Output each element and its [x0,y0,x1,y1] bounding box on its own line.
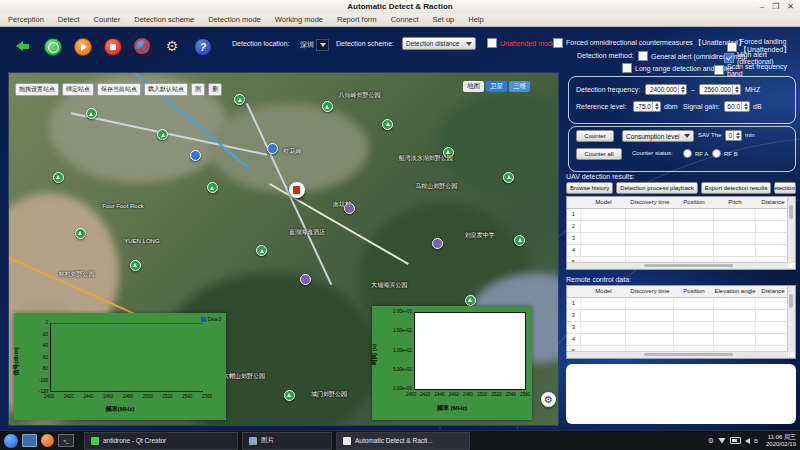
spin-up-icon[interactable] [735,86,739,89]
terminal-icon[interactable]: >_ [58,434,74,447]
menu-detect[interactable]: Detect [58,15,80,24]
map-marker-green[interactable] [382,119,393,130]
horizontal-scrollbar[interactable] [567,351,788,358]
rf-a-option[interactable]: RF A [683,149,708,158]
map-marker-green[interactable] [53,172,64,183]
rf-b-option[interactable]: RF B [712,149,738,158]
map-button-load-station[interactable]: 载入默认站点 [144,83,188,96]
vertical-scrollbar[interactable] [787,286,795,352]
wifi-icon[interactable] [718,438,726,444]
rf-b-radio[interactable] [712,149,721,158]
map-marker-green[interactable] [514,235,525,246]
connect-globe-button[interactable] [44,38,62,56]
export-results-button[interactable]: Export detection results [701,182,772,194]
menu-detection-mode[interactable]: Detection mode [208,15,261,24]
map-view-satellite[interactable]: 卫星 [486,81,507,92]
remote-data-table[interactable]: Model Discovery time Position Elevation … [566,285,796,359]
spin-up-icon[interactable] [744,103,748,106]
menu-connect[interactable]: Connect [391,15,419,24]
display-icon[interactable] [22,434,37,447]
detection-location-dropdown[interactable] [316,39,329,51]
forced-landing-checkbox[interactable] [727,42,737,52]
forced-omni-checkbox[interactable] [553,38,563,48]
table-row[interactable]: 1 [567,298,795,310]
unattended-mode-checkbox[interactable] [487,38,497,48]
map-button-delete[interactable]: 删 [208,83,222,96]
map-view-map[interactable]: 地图 [463,81,484,92]
menu-set-up[interactable]: Set up [433,15,455,24]
spin-down-icon[interactable] [744,107,748,110]
task-automatic-detect[interactable]: Automatic Detect & Racti... [336,432,470,450]
bluetooth-icon[interactable]: B [754,438,758,444]
spin-up-icon[interactable] [655,103,659,106]
table-row[interactable]: 3 [567,322,795,334]
signal-gain-spinbox[interactable]: 60.0 [724,101,750,112]
spin-down-icon[interactable] [655,107,659,110]
menu-report-form[interactable]: Report form [337,15,377,24]
rf-a-radio[interactable] [683,149,692,158]
freq-min-spinbox[interactable]: 2400.000 [645,84,687,95]
horizontal-scrollbar[interactable] [567,262,788,269]
browser-icon[interactable] [41,434,54,447]
map-marker-green[interactable] [207,182,218,193]
general-alert-checkbox[interactable] [638,51,648,61]
reference-level-spinbox[interactable]: -75.0 [633,101,661,112]
start-detect-button[interactable] [74,38,92,56]
scan-band-checkbox[interactable] [714,65,724,75]
menu-perception[interactable]: Perception [8,15,44,24]
map-marker-green[interactable] [86,108,97,119]
spin-up-icon[interactable] [681,86,685,89]
vertical-scrollbar[interactable] [787,197,795,263]
table-row[interactable]: 3 [567,233,795,245]
task-qt-creator[interactable]: antidrone - Qt Creator [84,432,238,450]
launcher-icon[interactable] [4,434,18,448]
map-marker-green[interactable] [503,172,514,183]
station-marker[interactable] [289,182,305,198]
clock[interactable]: 11:06 周三 2020/02/19 [766,434,796,447]
map-marker-green[interactable] [75,228,86,239]
counter-all-button[interactable]: Counter all [576,148,622,160]
table-row[interactable]: 2 [567,221,795,233]
map-button-drag-station[interactable]: 拖拽设置站点 [15,83,59,96]
unattended-mode-option[interactable]: Unattended mode [487,38,556,48]
back-button[interactable] [14,38,30,54]
map-marker-green[interactable] [465,295,476,306]
close-button[interactable]: ✕ [787,0,794,13]
table-row[interactable]: 4 [567,245,795,257]
menu-working-mode[interactable]: Working mode [275,15,323,24]
detection-scheme-select[interactable]: Detection distance [402,37,476,50]
map-marker-green[interactable] [256,245,267,256]
map-marker-purple[interactable] [300,274,311,285]
counter-button[interactable]: Counter [576,130,614,142]
map-button-measure[interactable]: 测 [191,83,205,96]
freq-max-spinbox[interactable]: 2560.000 [699,84,741,95]
settings-tray-icon[interactable]: ⚙ [708,437,714,445]
task-image-viewer[interactable]: 图片 [242,432,332,450]
table-row[interactable]: 4 [567,334,795,346]
map-marker-green[interactable] [130,260,141,271]
menu-counter[interactable]: Counter [94,15,121,24]
map-button-save-station[interactable]: 保存当前站点 [97,83,141,96]
map-marker-green[interactable] [234,94,245,105]
playback-button[interactable]: Detection process playback [616,182,697,194]
table-row[interactable]: 2 [567,310,795,322]
consumption-level-select[interactable]: Consumption level [622,130,694,142]
minimize-button[interactable]: – [760,0,764,13]
maximize-button[interactable]: ❐ [772,0,779,13]
high-alert-checkbox[interactable] [724,53,734,63]
battery-icon[interactable] [730,437,741,444]
scan-band-option[interactable]: Scan set frequency band [714,63,800,77]
menu-help[interactable]: Help [468,15,483,24]
map-button-bind-station[interactable]: 绑定站点 [62,83,94,96]
menu-detection-scheme[interactable]: Detection scheme [134,15,194,24]
stop-detect-button[interactable] [104,38,122,56]
print-results-button[interactable]: Print detection results [774,182,796,194]
counter-times-spinbox[interactable]: 0 [725,130,742,141]
map-view-3d[interactable]: 三维 [509,81,530,92]
forced-omni-option[interactable]: Forced omnidirectional countermeasures 【… [553,38,745,48]
settings-button[interactable]: ⚙ [164,38,180,54]
browse-history-button[interactable]: Browse history [566,182,613,194]
spin-down-icon[interactable] [736,136,740,139]
spin-down-icon[interactable] [681,90,685,93]
counter-forbid-button[interactable] [134,38,150,54]
